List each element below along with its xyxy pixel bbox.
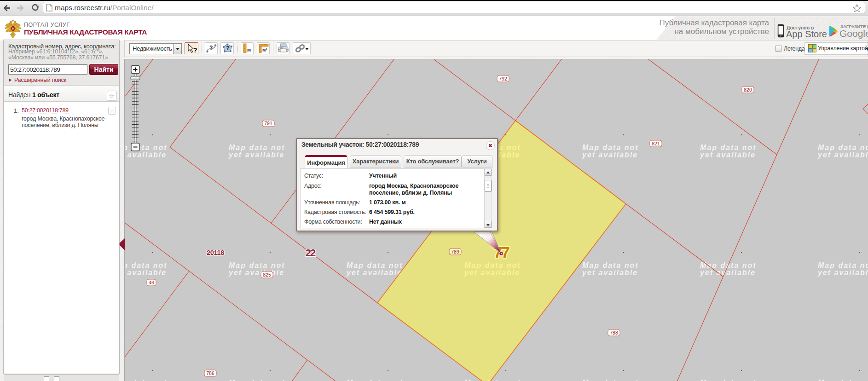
svg-text:Map data not: Map data not — [582, 144, 639, 151]
svg-text:Map data not: Map data not — [347, 261, 403, 269]
svg-text:820: 820 — [744, 87, 752, 92]
svg-text:Map data not: Map data not — [818, 379, 868, 381]
svg-text:Map data not: Map data not — [582, 261, 639, 269]
svg-text:46: 46 — [149, 280, 154, 285]
svg-text:Map data not: Map data not — [229, 144, 285, 151]
svg-text:yet available: yet available — [228, 151, 284, 159]
svg-text:789: 789 — [451, 249, 459, 254]
svg-text:yet available: yet available — [582, 151, 638, 159]
svg-text:yet available: yet available — [346, 269, 402, 277]
svg-text:791: 791 — [264, 121, 272, 126]
svg-text:м: м — [247, 47, 251, 52]
svg-text:yet available: yet available — [582, 269, 638, 277]
svg-text:Map data not: Map data not — [125, 261, 168, 269]
svg-text:yet available: yet available — [228, 269, 284, 277]
svg-text:825: 825 — [263, 272, 271, 277]
svg-text:Map data not: Map data not — [125, 379, 168, 381]
svg-text:?: ? — [209, 45, 213, 51]
svg-text:786: 786 — [206, 370, 214, 376]
svg-text:?: ? — [226, 45, 230, 52]
svg-text:м²: м² — [262, 47, 267, 52]
svg-text:Map data not: Map data not — [229, 379, 285, 381]
svg-text:Map data not: Map data not — [347, 379, 403, 381]
svg-text:yet available: yet available — [700, 151, 756, 159]
svg-text:Map data not: Map data not — [582, 379, 639, 381]
svg-text:792: 792 — [499, 76, 507, 81]
svg-text:821: 821 — [652, 141, 660, 146]
svg-text:Map data not: Map data not — [700, 144, 757, 151]
svg-text:yet available: yet available — [700, 269, 756, 277]
svg-text:Map data not: Map data not — [818, 261, 868, 269]
svg-text:yet available: yet available — [817, 269, 868, 277]
svg-text:yet available: yet available — [125, 269, 167, 277]
svg-text:yet available: yet available — [125, 151, 167, 159]
svg-text:22: 22 — [306, 247, 316, 259]
svg-text:20118: 20118 — [207, 249, 224, 256]
svg-text:Map data not: Map data not — [818, 144, 868, 151]
svg-text:?: ? — [193, 46, 197, 53]
svg-text:Map data not: Map data not — [229, 261, 285, 269]
svg-text:Map data not: Map data not — [700, 379, 757, 381]
svg-text:788: 788 — [610, 330, 618, 335]
svg-text:yet available: yet available — [817, 151, 868, 159]
